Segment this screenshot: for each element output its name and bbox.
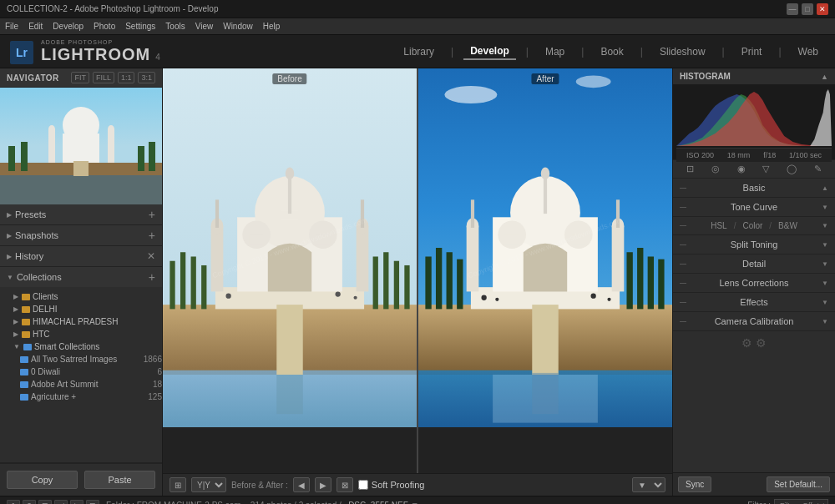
histogram-area: ISO 200 18 mm f/18 1/100 sec: [673, 84, 835, 159]
radial-filter-icon[interactable]: ◯: [787, 164, 797, 174]
menu-view[interactable]: View: [195, 22, 214, 31]
nav-web[interactable]: Web: [792, 44, 825, 59]
nav-book[interactable]: Book: [594, 44, 630, 59]
presets-arrow: ▶: [7, 211, 12, 219]
smart-item-4[interactable]: Agricuture + 125: [0, 391, 162, 403]
zoom-select[interactable]: ▼: [632, 477, 665, 492]
zoom-1-1[interactable]: 1:1: [118, 72, 135, 83]
nav-library[interactable]: Library: [397, 44, 441, 59]
compare-nav-button[interactable]: ⊠: [86, 500, 99, 505]
svg-rect-33: [170, 261, 175, 310]
close-button[interactable]: ✕: [817, 3, 828, 15]
app-logo: Lr ADOBE PHOTOSHOP LIGHTROOM 4: [10, 39, 160, 64]
page-1-button[interactable]: 1: [7, 500, 20, 505]
filter-select[interactable]: Filters Off: [774, 499, 828, 505]
snapshots-header[interactable]: ▶ Snapshots +: [0, 225, 162, 245]
svg-rect-26: [316, 234, 330, 245]
menu-window[interactable]: Window: [223, 22, 253, 31]
page-2-button[interactable]: 2: [23, 500, 36, 505]
minimize-button[interactable]: —: [787, 3, 798, 15]
maximize-button[interactable]: □: [802, 3, 813, 15]
sync-button[interactable]: Sync: [678, 476, 711, 492]
nav-print[interactable]: Print: [735, 44, 769, 59]
color-tab[interactable]: Color: [742, 221, 762, 230]
menu-settings[interactable]: Settings: [125, 22, 155, 31]
detail-header[interactable]: Detail ▼: [673, 255, 835, 273]
collection-item-smart[interactable]: ▼ Smart Collections: [0, 340, 162, 353]
menu-photo[interactable]: Photo: [94, 22, 115, 31]
crop-icon[interactable]: ⊡: [686, 164, 694, 174]
svg-rect-64: [612, 226, 625, 292]
collection-item-htc[interactable]: ▶ HTC: [0, 328, 162, 340]
collections-add-button[interactable]: +: [149, 271, 155, 283]
menu-edit[interactable]: Edit: [28, 22, 43, 31]
collection-item-clients[interactable]: ▶ Clients: [0, 290, 162, 303]
nav-develop[interactable]: Develop: [463, 43, 516, 60]
smart-icon-3: [20, 381, 28, 388]
menu-file[interactable]: File: [5, 22, 18, 31]
grid-button[interactable]: ⊞: [38, 500, 52, 505]
copy-button[interactable]: Copy: [7, 471, 78, 489]
effects-title: Effects: [740, 297, 767, 307]
set-default-button[interactable]: Set Default...: [767, 476, 830, 492]
hsl-tabs: HSL / Color / B&W: [711, 221, 797, 230]
collection-item-delhi[interactable]: ▶ DELHI: [0, 303, 162, 315]
menu-develop[interactable]: Develop: [53, 22, 84, 31]
prev-nav-button[interactable]: ◀: [54, 500, 68, 505]
presets-add-button[interactable]: +: [149, 209, 155, 220]
snapshots-add-button[interactable]: +: [149, 229, 155, 241]
history-close-button[interactable]: ✕: [147, 250, 155, 262]
smart-folder-icon: [23, 344, 32, 350]
htc-name: HTC: [33, 330, 155, 339]
camera-calibration-header[interactable]: Camera Calibration ▼: [673, 312, 835, 330]
presets-header[interactable]: ▶ Presets +: [0, 204, 162, 224]
navigator-header[interactable]: Navigator FIT FILL 1:1 3:1: [0, 68, 162, 88]
adjustment-brush-icon[interactable]: ✎: [814, 164, 822, 174]
basic-header[interactable]: Basic ▲: [673, 179, 835, 197]
zoom-3-1[interactable]: 3:1: [138, 72, 155, 83]
zoom-fill[interactable]: FILL: [93, 72, 114, 83]
collections-header[interactable]: ▼ Collections +: [0, 267, 162, 287]
paste-button[interactable]: Paste: [84, 471, 155, 489]
spot-heal-icon[interactable]: ◎: [711, 164, 720, 174]
folder-label: Folder : FROM MACHINE-2 PS.com: [106, 501, 241, 504]
soft-proofing-toggle[interactable]: Soft Proofing: [358, 480, 425, 490]
effects-header[interactable]: Effects ▼: [673, 293, 835, 311]
tone-curve-title: Tone Curve: [731, 202, 777, 212]
snapshots-title: ▶ Snapshots: [7, 230, 58, 240]
svg-rect-77: [532, 373, 558, 414]
file-dropdown[interactable]: ▼: [411, 501, 419, 504]
page-navigation: 1 2 ⊞ ◀ ▶ ⊠: [7, 500, 99, 505]
hsl-header[interactable]: HSL / Color / B&W ▼: [673, 217, 835, 234]
split-toning-header[interactable]: Split Toning ▼: [673, 235, 835, 254]
after-panel: After: [418, 68, 672, 473]
redeye-icon[interactable]: ◉: [737, 164, 746, 174]
nav-map[interactable]: Map: [539, 44, 571, 59]
next-nav-button[interactable]: ▶: [70, 500, 84, 505]
smart-item-3[interactable]: Adobe Art Summit 18: [0, 378, 162, 391]
collections-section: ▼ Collections + ▶ Clients ▶ DELHI: [0, 267, 162, 463]
menu-help[interactable]: Help: [263, 22, 281, 31]
flag-select[interactable]: Y|Y: [191, 477, 226, 492]
grid-view-button[interactable]: ⊞: [170, 477, 186, 492]
smart-item-1[interactable]: All Two Satrred Images 1866: [0, 353, 162, 365]
bw-tab[interactable]: B&W: [778, 221, 797, 230]
menu-tools[interactable]: Tools: [165, 22, 185, 31]
effects-arrow: ▼: [822, 299, 828, 306]
soft-proof-checkbox[interactable]: [358, 480, 368, 490]
zoom-fit[interactable]: FIT: [71, 72, 89, 83]
nav-slideshow[interactable]: Slideshow: [653, 44, 712, 59]
collections-title: ▼ Collections: [7, 272, 62, 282]
smart-item-2[interactable]: 0 Diwali 6: [0, 365, 162, 378]
collection-item-himachal[interactable]: ▶ HIMACHAL PRADESH: [0, 315, 162, 328]
svg-rect-70: [457, 260, 463, 310]
history-header[interactable]: ▶ History ✕: [0, 246, 162, 266]
hsl-tab[interactable]: HSL: [711, 221, 726, 230]
prev-button[interactable]: ◀: [293, 477, 310, 492]
hsl-line-left: [680, 225, 686, 226]
graduated-filter-icon[interactable]: ▽: [762, 164, 769, 174]
lens-corrections-header[interactable]: Lens Corrections ▼: [673, 274, 835, 292]
compare-button[interactable]: ⊠: [337, 477, 353, 492]
tone-curve-header[interactable]: Tone Curve ▼: [673, 198, 835, 216]
next-button[interactable]: ▶: [315, 477, 331, 492]
